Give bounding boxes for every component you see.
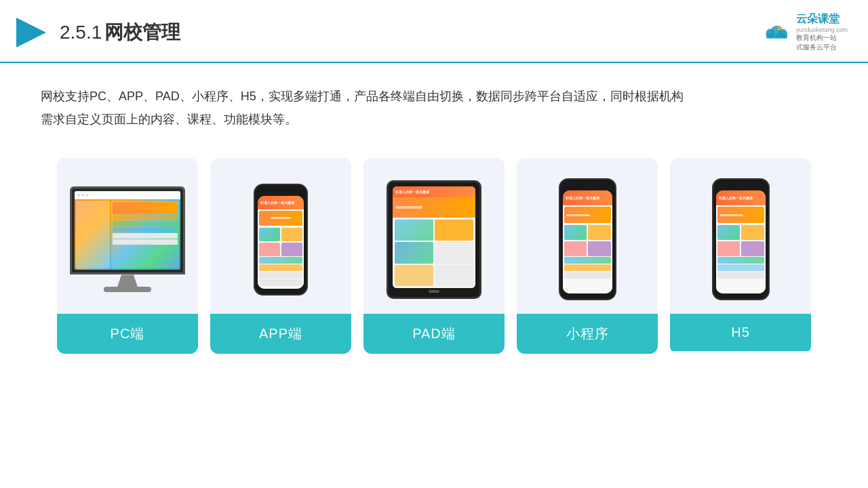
phone-notch-mini (578, 182, 597, 188)
pad-label: PAD端 (363, 314, 505, 354)
svg-rect-4 (766, 33, 787, 38)
logo-text: 云朵课堂 yunduoketang.com 教育机构一站 式服务云平台 (796, 12, 848, 52)
play-icon (14, 15, 49, 50)
h5-image-area: 职通人的第一堂兴趣课 (670, 158, 811, 314)
tablet-screen: 职通人的第一堂兴趣课 (393, 186, 475, 288)
phone-mockup-h5: 职通人的第一堂兴趣课 (712, 178, 770, 300)
header-left: 2.5.1网校管理 (14, 15, 180, 50)
tablet-mockup: 职通人的第一堂兴趣课 (387, 180, 481, 299)
phone-screen-mini: 职通人的第一堂兴趣课 (563, 190, 612, 293)
pad-image-area: 职通人的第一堂兴趣课 (363, 158, 505, 314)
miniprogram-image-area: 职通人的第一堂兴趣课 (517, 158, 658, 314)
phone-notch (271, 188, 290, 193)
app-image-area: 职通人的第一堂兴趣课 (210, 158, 351, 314)
device-card-miniprogram: 职通人的第一堂兴趣课 (517, 158, 658, 354)
monitor-mockup (70, 186, 185, 292)
tablet-home-btn (429, 290, 439, 293)
device-card-pc: PC端 (57, 158, 198, 354)
description-area: 网校支持PC、APP、PAD、小程序、H5，实现多端打通，产品各终端自由切换，数… (0, 63, 868, 144)
device-card-pad: 职通人的第一堂兴趣课 PAD端 (363, 158, 505, 354)
page-header: 2.5.1网校管理 云朵课堂 yunduoketang.com 教育机构一站 式… (0, 0, 868, 63)
device-cards-container: PC端 职通人的第一堂兴趣课 (0, 144, 868, 374)
phone-notch-h5 (731, 182, 750, 188)
miniprogram-label: 小程序 (517, 314, 658, 354)
description-text-1: 网校支持PC、APP、PAD、小程序、H5，实现多端打通，产品各终端自由切换，数… (41, 85, 827, 108)
device-card-app: 职通人的第一堂兴趣课 (210, 158, 351, 354)
description-text-2: 需求自定义页面上的内容、课程、功能模块等。 (41, 108, 827, 131)
phone-screen-app: 职通人的第一堂兴趣课 (258, 196, 304, 289)
page-title: 2.5.1网校管理 (60, 20, 180, 45)
phone-screen-h5: 职通人的第一堂兴趣课 (716, 190, 766, 293)
pc-label: PC端 (57, 314, 198, 354)
app-label: APP端 (210, 314, 351, 354)
h5-label: H5 (670, 314, 811, 351)
phone-mockup-app: 职通人的第一堂兴趣课 (254, 184, 308, 296)
svg-marker-0 (16, 18, 46, 47)
cloud-logo-icon (761, 22, 791, 43)
pc-image-area (57, 158, 198, 314)
device-card-h5: 职通人的第一堂兴趣课 (670, 158, 811, 354)
phone-mockup-mini: 职通人的第一堂兴趣课 (559, 178, 616, 300)
logo-area: 云朵课堂 yunduoketang.com 教育机构一站 式服务云平台 (761, 12, 848, 52)
